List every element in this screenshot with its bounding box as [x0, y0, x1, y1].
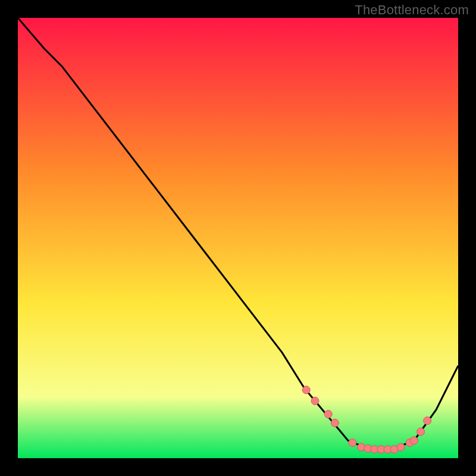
watermark-text: TheBottleneck.com — [355, 2, 469, 18]
curve-marker — [302, 386, 310, 394]
curve-marker — [397, 443, 405, 451]
curve-marker — [424, 417, 431, 425]
curve-marker — [331, 419, 339, 427]
gradient-background — [18, 18, 458, 458]
plot-area — [18, 18, 458, 458]
curve-marker — [417, 428, 425, 436]
curve-marker — [324, 411, 332, 418]
curve-marker — [411, 437, 418, 444]
curve-marker — [349, 439, 356, 447]
chart-frame: TheBottleneck.com — [0, 0, 476, 476]
curve-marker — [311, 397, 319, 405]
plot-svg — [18, 18, 458, 458]
